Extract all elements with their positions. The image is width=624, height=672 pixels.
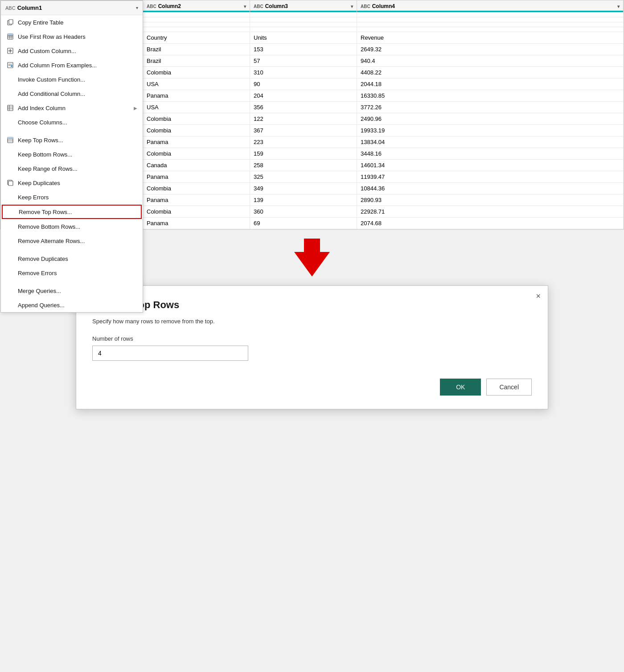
cell-col3: 159	[250, 148, 357, 159]
cell-col4: 10844.36	[357, 183, 624, 194]
rows-field-label: Number of rows	[92, 335, 532, 342]
cell-col4: 2074.68	[357, 218, 624, 229]
cell-col2: Panama	[143, 194, 250, 206]
menu-item-keep-range-of-rows[interactable]: Keep Range of Rows...	[1, 161, 143, 176]
menu-item-choose-columns[interactable]: Choose Columns...	[1, 115, 143, 129]
cell-col4: 940.4	[357, 55, 624, 66]
menu-item-label: Remove Errors	[18, 270, 57, 276]
col-header-2[interactable]: ABC Column2 ▾	[143, 0, 250, 12]
menu-header-dropdown-icon[interactable]: ▾	[136, 5, 138, 10]
table-header-icon	[6, 33, 14, 41]
menu-item-label: Add Column From Examples...	[18, 62, 97, 69]
rows-input[interactable]	[92, 346, 248, 361]
dialog-close-button[interactable]: ×	[536, 292, 541, 300]
menu-separator	[1, 280, 143, 284]
col4-dropdown-icon[interactable]: ▾	[617, 4, 620, 9]
cell-col4	[357, 22, 624, 27]
menu-item-label: Keep Top Rows...	[18, 137, 63, 144]
svg-rect-21	[8, 137, 13, 139]
menu-item-spacer	[6, 193, 14, 201]
menu-header-title: Column1	[17, 4, 42, 11]
menu-item-invoke-custom-function[interactable]: Invoke Custom Function...	[1, 72, 143, 87]
col-header-3[interactable]: ABC Column3 ▾	[250, 0, 357, 12]
cell-col3: 69	[250, 218, 357, 229]
menu-item-copy-entire-table[interactable]: Copy Entire Table	[1, 15, 143, 29]
cell-col3: 122	[250, 113, 357, 124]
svg-rect-3	[8, 34, 13, 36]
cell-col2: Brazil	[143, 55, 250, 66]
cell-col3	[250, 17, 357, 22]
cell-col3: 139	[250, 194, 357, 206]
menu-item-keep-top-rows[interactable]: Keep Top Rows...	[1, 133, 143, 147]
menu-item-remove-top-rows[interactable]: Remove Top Rows...	[2, 205, 142, 219]
menu-item-add-column-from-examples[interactable]: Add Column From Examples...	[1, 58, 143, 72]
cell-col3: 349	[250, 183, 357, 194]
submenu-arrow-icon: ▶	[134, 106, 137, 111]
menu-header: ABC Column1 ▾	[1, 1, 143, 15]
menu-item-remove-duplicates[interactable]: Remove Duplicates	[1, 251, 143, 266]
menu-item-add-custom-column[interactable]: Add Custom Column...	[1, 44, 143, 58]
cell-col3: 258	[250, 160, 357, 171]
menu-item-keep-duplicates[interactable]: Keep Duplicates	[1, 176, 143, 190]
menu-item-append-queries[interactable]: Append Queries...	[1, 298, 143, 312]
col3-label: Column3	[265, 3, 288, 9]
cell-col2: Colombia	[143, 125, 250, 136]
menu-item-keep-errors[interactable]: Keep Errors	[1, 190, 143, 204]
cell-col2	[143, 22, 250, 27]
cell-col4: Revenue	[357, 32, 624, 43]
custom-col-icon	[6, 47, 14, 55]
col2-dropdown-icon[interactable]: ▾	[244, 4, 246, 9]
cell-col2	[143, 12, 250, 17]
menu-item-spacer	[6, 237, 14, 245]
menu-item-label: Choose Columns...	[18, 119, 67, 126]
menu-item-label: Keep Errors	[18, 194, 49, 201]
keep-top-icon	[6, 136, 14, 144]
cell-col2: Colombia	[143, 206, 250, 217]
menu-item-spacer	[6, 223, 14, 231]
col-header-4[interactable]: ABC Column4 ▾	[357, 0, 624, 12]
cell-col2: Country	[143, 32, 250, 43]
menu-item-label: Remove Alternate Rows...	[18, 238, 85, 244]
cell-col3: Units	[250, 32, 357, 43]
arrow-head	[294, 252, 330, 276]
cell-col2: Colombia	[143, 148, 250, 159]
menu-item-use-first-row[interactable]: Use First Row as Headers	[1, 29, 143, 44]
menu-item-label: Remove Bottom Rows...	[18, 223, 80, 230]
menu-item-label: Remove Duplicates	[18, 256, 68, 262]
col3-dropdown-icon[interactable]: ▾	[351, 4, 353, 9]
cancel-button[interactable]: Cancel	[486, 379, 532, 396]
main-container: ABC Column1 ▾ ABC Column2 ▾ ABC Column3	[0, 0, 624, 672]
cell-col4: 2890.93	[357, 194, 624, 206]
copy-icon	[6, 18, 14, 26]
cell-col2: USA	[143, 102, 250, 113]
menu-item-remove-bottom-rows[interactable]: Remove Bottom Rows...	[1, 219, 143, 234]
cell-col2: Canada	[143, 160, 250, 171]
cell-col2	[143, 17, 250, 22]
examples-col-icon	[6, 61, 14, 69]
cell-col2: Colombia	[143, 67, 250, 78]
col4-label: Column4	[372, 3, 395, 9]
menu-item-spacer	[6, 150, 14, 158]
dialog-title: Remove Top Rows	[92, 299, 532, 311]
dialog-subtitle: Specify how many rows to remove from the…	[92, 318, 532, 325]
cell-col2	[143, 27, 250, 32]
col2-label: Column2	[158, 3, 181, 9]
menu-item-label: Keep Bottom Rows...	[18, 151, 72, 158]
ok-button[interactable]: OK	[440, 379, 481, 396]
menu-item-add-conditional-column[interactable]: Add Conditional Column...	[1, 87, 143, 101]
menu-item-add-index-column[interactable]: Add Index Column▶	[1, 101, 143, 115]
menu-item-keep-bottom-rows[interactable]: Keep Bottom Rows...	[1, 147, 143, 161]
cell-col3: 223	[250, 136, 357, 148]
menu-item-remove-alternate-rows[interactable]: Remove Alternate Rows...	[1, 234, 143, 248]
svg-rect-11	[8, 62, 13, 68]
cell-col4: 2649.32	[357, 44, 624, 55]
menu-item-label: Add Conditional Column...	[18, 91, 85, 97]
menu-item-label: Add Index Column	[18, 105, 66, 111]
menu-item-merge-queries[interactable]: Merge Queries...	[1, 284, 143, 298]
cell-col3: 153	[250, 44, 357, 55]
table-area: ABC Column1 ▾ ABC Column2 ▾ ABC Column3	[0, 0, 624, 230]
menu-item-spacer	[6, 269, 14, 277]
menu-item-remove-errors[interactable]: Remove Errors	[1, 266, 143, 280]
menu-item-spacer	[6, 255, 14, 263]
cell-col4: 3772.26	[357, 102, 624, 113]
